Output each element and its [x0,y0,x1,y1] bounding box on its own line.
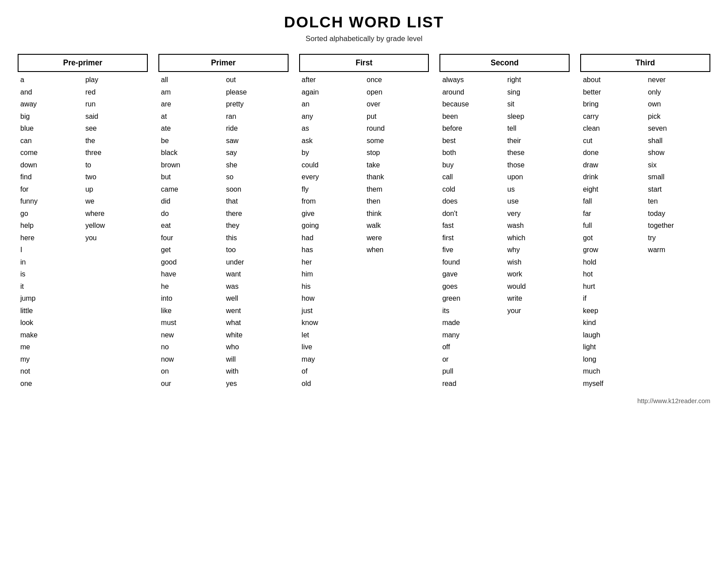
word-item: this [226,232,285,244]
word-item: pretty [226,98,285,110]
word-item: bring [583,98,642,110]
word-item: make [20,329,79,341]
word-item: open [367,86,425,98]
word-item: out [226,74,285,86]
word-item: could [302,159,360,171]
word-item: has [302,244,360,256]
word-item: six [648,159,707,171]
word-item: round [367,122,425,135]
word-item: my [20,353,79,366]
word-item: ten [648,195,707,208]
word-item: laugh [583,329,642,341]
word-item: always [442,74,501,86]
word-item: like [161,305,220,317]
word-item: she [226,159,285,171]
word-item: how [302,292,360,305]
word-item: was [226,280,285,293]
page-title: DOLCH WORD LIST [18,13,710,31]
word-item: but [161,171,220,183]
word-item: long [583,353,642,366]
word-item: there [226,208,285,220]
word-item: are [161,98,220,110]
word-item: done [583,147,642,159]
word-item: say [226,147,285,159]
word-item: think [367,208,425,220]
grade-col-4-0: aboutbetterbringcarrycleancutdonedrawdri… [580,74,645,389]
word-item: draw [583,159,642,171]
grade-col-0-1: playredrunsaidseethethreetotwoupwewherey… [83,74,147,389]
word-item: fast [442,219,501,232]
word-item: eight [583,183,642,196]
word-item: came [161,183,220,196]
word-item: sit [507,98,566,110]
word-item: ran [226,110,285,123]
grade-col-3-0: alwaysaroundbecausebeenbeforebestbothbuy… [439,74,504,389]
word-item: small [648,171,707,183]
word-item: an [302,98,360,110]
word-item: had [302,232,360,244]
word-item: ask [302,135,360,147]
word-item: with [226,365,285,378]
word-item: if [583,292,642,305]
word-item: one [20,378,79,390]
word-item: look [20,317,79,329]
grade-header-0: Pre-primer [18,54,148,72]
word-item: yes [226,378,285,390]
word-item: big [20,110,79,123]
word-item: jump [20,292,79,305]
word-item: again [302,86,360,98]
word-item: clean [583,122,642,135]
word-item: away [20,98,79,110]
word-item: call [442,171,501,183]
word-item: know [302,317,360,329]
grade-block-primer: Primerallamareatatebeblackbrownbutcamedi… [158,54,289,389]
word-item: for [20,183,79,196]
word-item: not [20,365,79,378]
word-item: fall [583,195,642,208]
word-item: would [507,280,566,293]
word-item: all [161,74,220,86]
word-item: have [161,268,220,280]
word-item: by [302,147,360,159]
word-item: which [507,232,566,244]
word-item: those [507,159,566,171]
word-item: stop [367,147,425,159]
word-item: I [20,244,79,256]
word-item: his [302,280,360,293]
word-item: put [367,110,425,123]
word-item: funny [20,195,79,208]
word-item: use [507,195,566,208]
word-item: very [507,208,566,220]
word-item: who [226,341,285,353]
word-item: because [442,98,501,110]
word-item: where [85,208,144,220]
grade-header-4: Third [580,54,710,72]
word-item: before [442,122,501,135]
grade-header-1: Primer [158,54,289,72]
word-item: now [161,353,220,366]
grade-block-third: Thirdaboutbetterbringcarrycleancutdonedr… [580,54,710,389]
word-item: read [442,378,501,390]
word-item: many [442,329,501,341]
word-item: want [226,268,285,280]
word-item: been [442,110,501,123]
word-item: what [226,317,285,329]
grade-col-2-0: afteragainananyasaskbycouldeveryflyfromg… [299,74,364,389]
word-item: will [226,353,285,366]
word-item: off [442,341,501,353]
word-item: work [507,268,566,280]
word-item: you [85,232,144,244]
word-item: went [226,305,285,317]
word-item: write [507,292,566,305]
word-item: found [442,256,501,268]
word-item: here [20,232,79,244]
word-item: pick [648,110,707,123]
word-item: ate [161,122,220,135]
word-item: down [20,159,79,171]
word-item: run [85,98,144,110]
word-item: at [161,110,220,123]
word-item: tell [507,122,566,135]
word-item: a [20,74,79,86]
word-item: get [161,244,220,256]
word-item: yellow [85,219,144,232]
